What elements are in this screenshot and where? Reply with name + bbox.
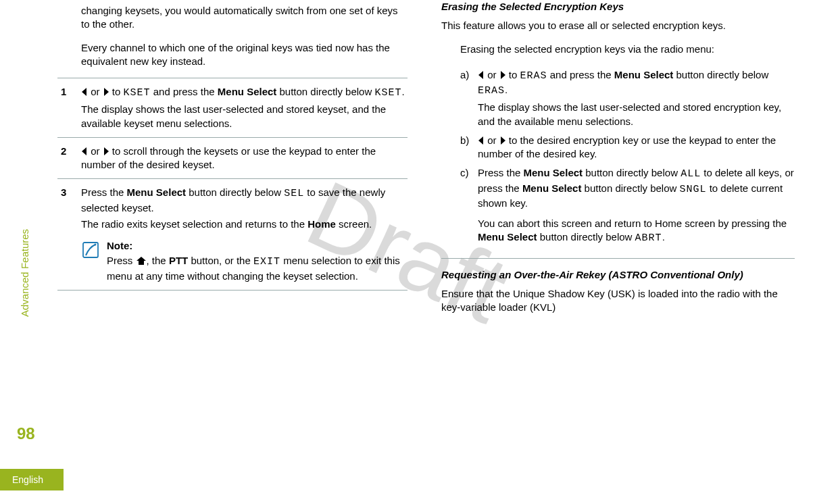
right-arrow-icon: [499, 134, 506, 146]
letter-b: b): [460, 134, 469, 147]
sidebar: Advanced Features 98 English: [0, 0, 54, 504]
note-box: Note: Press , the PTT button, or the EXI…: [81, 239, 408, 283]
step2-pre: or: [88, 145, 103, 157]
left-arrow-icon: [81, 86, 88, 97]
left-intro-1: changing keysets, you would automaticall…: [81, 4, 408, 32]
b-pre: or: [485, 134, 499, 146]
svg-marker-1: [104, 88, 109, 96]
a-mid3: button directly below: [673, 69, 768, 80]
step3-line2b: screen.: [336, 218, 372, 230]
left-intro-2: Every channel to which one of the origin…: [81, 41, 408, 69]
right-para1: This feature allows you to erase all or …: [441, 19, 795, 32]
right-arrow-icon: [103, 145, 109, 157]
step1-mid2: and press the: [151, 86, 218, 97]
substep-c: c) Press the Menu Select button directly…: [460, 163, 795, 248]
c-p2c: .: [662, 231, 665, 243]
svg-marker-9: [478, 136, 483, 145]
heading-rekey: Requesting an Over-the-Air Rekey (ASTRO …: [441, 268, 795, 282]
a-line2: The display shows the last user-selected…: [478, 101, 795, 128]
substeps: a) or to ERAS and press the Menu Select …: [460, 66, 795, 249]
menu-select-bold: Menu Select: [218, 86, 277, 97]
menu-select-bold-2: Menu Select: [522, 182, 582, 194]
step1-mid3: button directly below: [276, 86, 374, 97]
eras-label: ERAS: [520, 70, 547, 82]
home-bold: Home: [307, 218, 336, 230]
letter-c: c): [460, 166, 469, 180]
menu-select-bold: Menu Select: [127, 186, 187, 198]
c-p2: You can abort this screen and return to …: [478, 217, 795, 246]
note-text: Press , the PTT button, or the EXIT menu…: [107, 254, 408, 283]
menu-select-bold: Menu Select: [524, 167, 583, 178]
right-arrow-icon: [103, 86, 109, 97]
left-arrow-icon: [478, 69, 485, 80]
c-p2b: button directly below: [537, 231, 635, 243]
content-columns: changing keysets, you would automaticall…: [54, 0, 815, 504]
right-arrow-icon: [499, 69, 506, 80]
left-arrow-icon: [478, 134, 485, 146]
step-1: 1 or to KSET and press the Menu Select b…: [57, 78, 408, 137]
c-p2a: You can abort this screen and return to …: [478, 218, 787, 229]
a-mid2: and press the: [547, 69, 614, 80]
sngl-label: SNGL: [679, 184, 706, 195]
menu-select-bold-3: Menu Select: [478, 231, 537, 243]
svg-marker-7: [478, 71, 483, 79]
step2-text: to scroll through the keysets or use the…: [81, 145, 376, 170]
step3-line2: The radio exits keyset selection and ret…: [81, 218, 408, 231]
page: Advanced Features 98 English changing ke…: [0, 0, 815, 504]
step1-line2: The display shows the last user-selected…: [81, 103, 408, 130]
sel-label: SEL: [284, 188, 304, 199]
kset-label: KSET: [124, 87, 151, 99]
note-t1: Press: [107, 255, 136, 266]
c-t1: Press the: [478, 167, 524, 178]
note-title: Note:: [107, 239, 408, 253]
right-para2: Ensure that the Unique Shadow Key (USK) …: [441, 287, 795, 315]
step1-end: .: [401, 86, 404, 97]
step3-line2a: The radio exits keyset selection and ret…: [81, 218, 307, 230]
b-text: to the desired encryption key or use the…: [478, 134, 776, 159]
a-pre: or: [485, 69, 499, 80]
eras-label-2: ERAS: [478, 85, 505, 97]
all-label: ALL: [681, 168, 701, 180]
step-number: 1: [61, 85, 66, 99]
home-icon: [136, 255, 147, 266]
note-t2: , the: [147, 255, 169, 266]
step-3: 3 Press the Menu Select button directly …: [57, 178, 408, 291]
c-t4: button directly below: [581, 182, 679, 194]
language-badge: English: [0, 469, 64, 490]
a-mid1: to: [506, 69, 520, 80]
substep-b: b) or to the desired encryption key or u…: [460, 131, 795, 164]
svg-marker-0: [82, 88, 87, 96]
page-number: 98: [17, 424, 35, 443]
step-number: 3: [61, 186, 66, 199]
note-t3: button, or the: [188, 255, 253, 266]
abrt-label: ABRT: [635, 232, 662, 244]
step3-t2: button directly below: [186, 186, 284, 198]
note-content: Note: Press , the PTT button, or the EXI…: [107, 239, 408, 283]
steps-list: 1 or to KSET and press the Menu Select b…: [57, 78, 408, 291]
ptt-bold: PTT: [169, 255, 188, 266]
step3-t1: Press the: [81, 186, 127, 198]
svg-marker-3: [104, 147, 109, 155]
a-end: .: [505, 84, 508, 95]
c-t2: button directly below: [583, 167, 681, 178]
svg-marker-6: [137, 257, 146, 265]
svg-marker-10: [501, 136, 505, 145]
kset-label-2: KSET: [374, 87, 401, 99]
exit-label: EXIT: [253, 256, 280, 268]
right-column: Erasing the Selected Encryption Keys Thi…: [441, 0, 795, 504]
svg-marker-8: [501, 71, 505, 79]
svg-marker-2: [82, 147, 87, 155]
svg-point-5: [95, 244, 97, 246]
heading-erasing: Erasing the Selected Encryption Keys: [441, 0, 795, 14]
menu-select-bold: Menu Select: [614, 69, 674, 80]
divider: [441, 258, 795, 259]
step-2: 2 or to scroll through the keysets or us…: [57, 137, 408, 179]
step-number: 2: [61, 145, 66, 158]
step1-pre: or: [88, 86, 103, 97]
left-arrow-icon: [81, 145, 88, 157]
right-intro: Erasing the selected encryption keys via…: [460, 43, 795, 56]
section-label: Advanced Features: [19, 229, 30, 317]
left-column: changing keysets, you would automaticall…: [54, 0, 408, 504]
note-icon: [81, 241, 100, 263]
substep-a: a) or to ERAS and press the Menu Select …: [460, 66, 795, 131]
